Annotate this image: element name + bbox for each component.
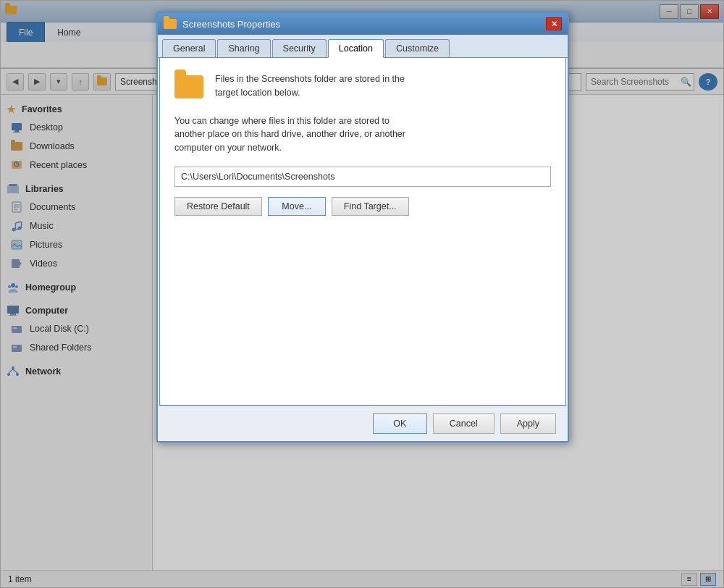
properties-dialog: Screenshots Properties ✕ General Sharing… bbox=[156, 12, 569, 442]
location-tab-content: Files in the Screenshots folder are stor… bbox=[159, 58, 566, 406]
path-input[interactable] bbox=[174, 167, 551, 187]
tab-bar: General Sharing Security Location Custom… bbox=[158, 35, 568, 58]
apply-button[interactable]: Apply bbox=[500, 413, 556, 434]
dialog-body: General Sharing Security Location Custom… bbox=[158, 35, 568, 441]
dialog-title: Screenshots Properties bbox=[182, 19, 540, 30]
location-description: Files in the Screenshots folder are stor… bbox=[215, 72, 405, 100]
dialog-footer: OK Cancel Apply bbox=[158, 406, 568, 441]
tab-customize[interactable]: Customize bbox=[385, 39, 450, 57]
tab-sharing[interactable]: Sharing bbox=[217, 39, 270, 57]
restore-default-button[interactable]: Restore Default bbox=[174, 197, 262, 216]
modal-overlay: Screenshots Properties ✕ General Sharing… bbox=[1, 1, 723, 587]
cancel-button[interactable]: Cancel bbox=[433, 413, 494, 434]
move-button[interactable]: Move... bbox=[268, 197, 326, 216]
tab-security[interactable]: Security bbox=[272, 39, 327, 57]
action-buttons: Restore Default Move... Find Target... bbox=[174, 197, 551, 216]
main-window: ─ □ ✕ File Home ◀ ▶ ▾ ↑ 🔍 ? bbox=[0, 0, 724, 588]
ok-button[interactable]: OK bbox=[373, 413, 427, 434]
tab-location[interactable]: Location bbox=[328, 39, 384, 58]
dialog-title-bar: Screenshots Properties ✕ bbox=[158, 13, 568, 35]
tab-general[interactable]: General bbox=[162, 39, 216, 57]
dialog-folder-icon bbox=[164, 19, 177, 29]
dialog-close-button[interactable]: ✕ bbox=[546, 17, 562, 30]
location-folder-icon bbox=[174, 75, 203, 98]
location-header: Files in the Screenshots folder are stor… bbox=[174, 72, 551, 100]
find-target-button[interactable]: Find Target... bbox=[332, 197, 409, 216]
location-description2: You can change where files in this folde… bbox=[174, 114, 551, 155]
